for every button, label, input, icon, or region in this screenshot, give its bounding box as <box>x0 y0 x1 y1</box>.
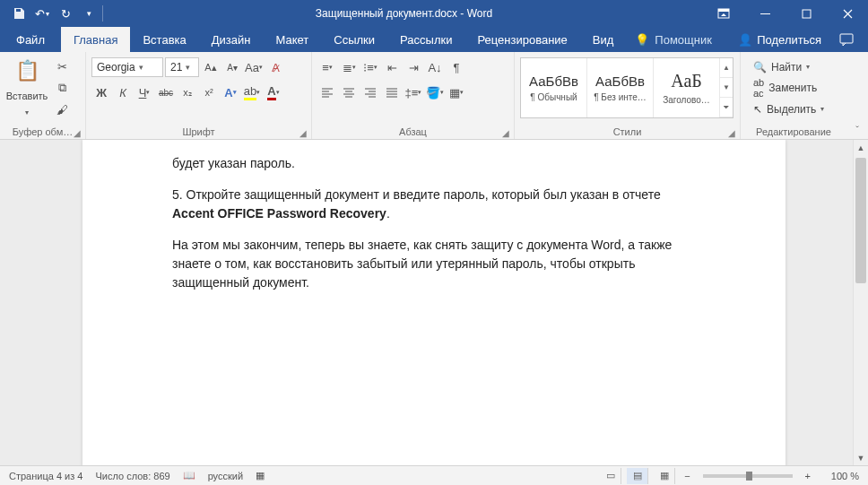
ribbon-options-icon[interactable] <box>703 0 744 27</box>
minimize-icon[interactable] <box>744 0 786 27</box>
cut-icon[interactable]: ✂ <box>52 57 72 75</box>
align-center-icon[interactable] <box>339 82 359 102</box>
dialog-launcher-icon[interactable]: ◢ <box>502 128 509 138</box>
borders-icon[interactable]: ▦▾ <box>447 82 466 102</box>
macros-icon[interactable]: ▦ <box>256 470 265 481</box>
style-no-spacing[interactable]: АаБбВв ¶ Без инте… <box>587 58 654 117</box>
clear-formatting-icon[interactable]: A̷ <box>265 57 285 77</box>
spellcheck-icon[interactable]: 📖 <box>183 470 195 481</box>
zoom-slider[interactable] <box>703 474 793 478</box>
tab-mailings[interactable]: Рассылки <box>387 27 464 52</box>
doc-paragraph: На этом мы закончим, теперь вы знаете, к… <box>172 236 696 292</box>
tab-references[interactable]: Ссылки <box>321 27 387 52</box>
scroll-up-icon[interactable]: ▲ <box>854 140 868 155</box>
underline-button[interactable]: Ч▾ <box>135 82 154 102</box>
style-preview: АаБ <box>671 71 702 91</box>
zoom-out-icon[interactable]: − <box>681 471 693 481</box>
dialog-launcher-icon[interactable]: ◢ <box>299 128 307 138</box>
subscript-button[interactable]: x₂ <box>178 82 197 102</box>
group-editing-label: Редактирование <box>756 126 831 137</box>
dialog-launcher-icon[interactable]: ◢ <box>728 128 735 138</box>
collapse-ribbon-icon[interactable]: ˇ <box>855 125 859 135</box>
style-preview: АаБбВв <box>595 74 645 89</box>
tab-design[interactable]: Дизайн <box>199 27 264 52</box>
shading-icon[interactable]: 🪣▾ <box>425 82 445 102</box>
bullets-icon[interactable]: ≡▾ <box>317 57 337 77</box>
line-spacing-icon[interactable]: ‡≡▾ <box>404 82 423 102</box>
replace-button[interactable]: abac Заменить <box>748 78 829 98</box>
decrease-indent-icon[interactable]: ⇤ <box>382 57 402 77</box>
styles-scroll: ▲ ▼ ⏷ <box>720 58 733 117</box>
maximize-icon[interactable] <box>786 0 827 27</box>
format-painter-icon[interactable]: 🖌 <box>52 100 72 118</box>
tab-view[interactable]: Вид <box>580 27 627 52</box>
strikethrough-button[interactable]: abc <box>156 82 176 102</box>
align-left-icon[interactable] <box>317 82 337 102</box>
text-effects-icon[interactable]: A▾ <box>221 82 240 102</box>
styles-gallery[interactable]: АаБбВв ¶ Обычный АаБбВв ¶ Без инте… АаБ … <box>520 57 733 118</box>
sort-icon[interactable]: A↓ <box>425 57 445 77</box>
read-mode-icon[interactable]: ▭ <box>600 468 621 484</box>
styles-expand-icon[interactable]: ⏷ <box>720 98 733 117</box>
web-layout-icon[interactable]: ▦ <box>654 468 675 484</box>
change-case-icon[interactable]: Aa▾ <box>244 57 264 77</box>
tab-insert[interactable]: Вставка <box>130 27 198 52</box>
style-heading[interactable]: АаБ Заголово… <box>654 58 720 117</box>
font-name-select[interactable]: Georgia▾ <box>91 57 163 77</box>
vertical-scrollbar[interactable]: ▲ ▼ <box>853 140 868 465</box>
multilevel-list-icon[interactable]: ⁝≡▾ <box>360 57 380 77</box>
language-indicator[interactable]: русский <box>208 471 243 481</box>
chevron-down-icon: ▾ <box>820 105 824 113</box>
align-right-icon[interactable] <box>360 82 380 102</box>
paste-label: Вставить <box>6 91 48 101</box>
tell-me[interactable]: 💡 Помощник <box>626 27 721 52</box>
page-indicator[interactable]: Страница 4 из 4 <box>9 471 82 481</box>
bold-button[interactable]: Ж <box>91 82 111 102</box>
share-button[interactable]: 👤 Поделиться <box>731 33 829 47</box>
scroll-down-icon[interactable]: ▼ <box>720 78 733 98</box>
show-marks-icon[interactable]: ¶ <box>447 57 466 77</box>
svg-rect-1 <box>718 9 729 12</box>
grow-font-icon[interactable]: A▴ <box>201 57 221 77</box>
tab-file[interactable]: Файл <box>0 27 61 52</box>
tab-layout[interactable]: Макет <box>263 27 321 52</box>
font-size-value: 21 <box>170 61 182 74</box>
chevron-down-icon: ▾ <box>25 108 29 117</box>
find-label: Найти <box>771 61 802 74</box>
document-area[interactable]: будет указан пароль. 5. Откройте защищен… <box>0 140 868 465</box>
qat-customize-icon[interactable]: ▾ <box>77 2 100 25</box>
find-button[interactable]: 🔍 Найти ▾ <box>748 57 829 76</box>
shrink-font-icon[interactable]: A▾ <box>222 57 242 77</box>
redo-icon[interactable]: ↻ <box>54 2 77 25</box>
zoom-level[interactable]: 100 % <box>820 471 859 481</box>
justify-icon[interactable] <box>382 82 402 102</box>
select-button[interactable]: ↖ Выделить ▾ <box>748 100 829 118</box>
scrollbar-thumb[interactable] <box>855 158 866 283</box>
font-size-select[interactable]: 21▾ <box>165 57 199 77</box>
style-normal[interactable]: АаБбВв ¶ Обычный <box>521 58 587 117</box>
increase-indent-icon[interactable]: ⇥ <box>404 57 423 77</box>
zoom-thumb[interactable] <box>746 472 752 481</box>
highlight-icon[interactable]: ab▾ <box>242 82 262 102</box>
comments-icon[interactable] <box>834 33 859 46</box>
save-icon[interactable] <box>7 2 30 25</box>
word-count[interactable]: Число слов: 869 <box>95 471 169 481</box>
style-name: ¶ Без инте… <box>594 92 647 102</box>
superscript-button[interactable]: x² <box>199 82 219 102</box>
numbering-icon[interactable]: ≣▾ <box>339 57 359 77</box>
svg-rect-4 <box>840 34 853 43</box>
scroll-up-icon[interactable]: ▲ <box>720 58 733 78</box>
close-icon[interactable] <box>827 0 868 27</box>
font-color-icon[interactable]: A▾ <box>264 82 283 102</box>
undo-icon[interactable]: ↶▾ <box>30 2 54 25</box>
italic-button[interactable]: К <box>113 82 133 102</box>
group-paragraph-label: Абзац <box>399 126 427 137</box>
tab-home[interactable]: Главная <box>61 27 130 52</box>
dialog-launcher-icon[interactable]: ◢ <box>74 128 81 138</box>
print-layout-icon[interactable]: ▤ <box>627 468 648 484</box>
paste-button[interactable]: 📋 Вставить ▾ <box>4 56 50 120</box>
tab-review[interactable]: Рецензирование <box>464 27 579 52</box>
zoom-in-icon[interactable]: + <box>802 471 814 481</box>
copy-icon[interactable]: ⧉ <box>52 79 72 97</box>
scroll-down-icon[interactable]: ▼ <box>854 450 868 465</box>
